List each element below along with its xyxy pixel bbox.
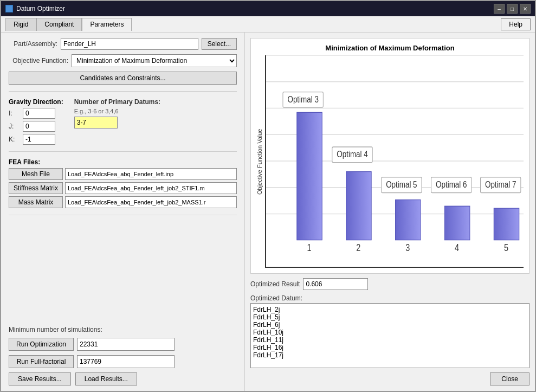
save-results-button[interactable]: Save Results...: [9, 372, 71, 385]
svg-text:1: 1: [307, 242, 311, 253]
optimized-datum-section: Optimized Datum: FdrLH_2jFdrLH_5jFdrLH_6…: [250, 294, 529, 368]
primary-datums-label: Number of Primary Datums:: [74, 98, 237, 106]
mesh-file-row: Mesh File: [9, 168, 237, 180]
objective-function-select[interactable]: Minimization of Maximum Deformation: [72, 54, 237, 67]
svg-text:Optimal 5: Optimal 5: [386, 179, 417, 190]
list-item: FdrLH_11j: [253, 336, 527, 344]
gravity-i-input[interactable]: [23, 108, 55, 119]
mass-matrix-button[interactable]: Mass Matrix: [9, 196, 63, 208]
divider-2: [9, 151, 237, 152]
run-optimization-input[interactable]: [77, 338, 175, 351]
divider-1: [9, 91, 237, 92]
run-optimization-button[interactable]: Run Optimization: [9, 338, 74, 351]
chart-svg: 0.0 0.5 1.0 1.5 2.0 2.5 3.0 3.5: [266, 55, 524, 267]
menu-bar: Rigid Compliant Parameters Help: [1, 16, 535, 33]
gravity-right: Number of Primary Datums: E.g., 3-6 or 3…: [74, 98, 237, 128]
list-item: FdrLH_5j: [253, 313, 527, 321]
result-row: Optimized Result: [250, 278, 529, 290]
optimized-datum-list: FdrLH_2jFdrLH_5jFdrLH_6jFdrLH_10jFdrLH_1…: [250, 303, 529, 368]
svg-text:5: 5: [504, 242, 508, 253]
svg-text:Optimal 7: Optimal 7: [485, 179, 516, 190]
svg-text:Optimal 6: Optimal 6: [436, 179, 467, 190]
optimized-datum-label: Optimized Datum:: [250, 294, 529, 302]
candidates-button[interactable]: Candidates and Constraints...: [9, 72, 237, 85]
optimized-result-label: Optimized Result: [250, 280, 300, 288]
fea-label: FEA Files:: [9, 158, 237, 166]
min-sims-label: Minimum number of simulations:: [9, 326, 237, 333]
gravity-j-input[interactable]: [23, 121, 55, 132]
list-item: FdrLH_10j: [253, 329, 527, 336]
svg-text:3: 3: [405, 242, 410, 253]
right-panel: Minimization of Maximum Deformation Obje…: [245, 33, 535, 391]
close-window-button[interactable]: ✕: [520, 4, 531, 14]
chart-title: Minimization of Maximum Deformation: [256, 44, 524, 52]
gravity-j-row: J:: [9, 121, 63, 132]
svg-text:Optimal 4: Optimal 4: [337, 149, 368, 159]
part-assembly-label: Part/Assembly:: [9, 40, 57, 48]
help-button[interactable]: Help: [501, 18, 531, 30]
select-button[interactable]: Select...: [202, 38, 237, 50]
mesh-file-button[interactable]: Mesh File: [9, 168, 63, 180]
tab-parameters[interactable]: Parameters: [82, 18, 132, 31]
close-row: Close: [250, 372, 529, 385]
list-item: FdrLH_6j: [253, 321, 527, 329]
svg-rect-18: [444, 206, 469, 240]
svg-text:Optimal 3: Optimal 3: [287, 94, 318, 105]
run-full-factorial-row: Run Full-factorial: [9, 355, 237, 368]
main-content: Part/Assembly: Select... Objective Funct…: [1, 33, 535, 391]
minimize-button[interactable]: –: [494, 4, 505, 14]
svg-rect-19: [494, 208, 519, 240]
mass-matrix-input[interactable]: [65, 196, 237, 208]
load-results-button[interactable]: Load Results...: [75, 372, 137, 385]
title-bar-controls: – □ ✕: [494, 4, 531, 14]
svg-rect-16: [346, 172, 371, 240]
chart-inner: 0.0 0.5 1.0 1.5 2.0 2.5 3.0 3.5: [265, 55, 524, 268]
gravity-i-label: I:: [9, 110, 20, 117]
svg-rect-15: [297, 112, 322, 240]
app-icon: [5, 5, 13, 12]
title-bar-left: Datum Optimizer: [5, 5, 65, 12]
gravity-k-input[interactable]: [23, 134, 55, 145]
svg-text:4: 4: [455, 242, 459, 253]
fea-section: FEA Files: Mesh File Stiffness Matrix Ma…: [9, 158, 237, 208]
maximize-button[interactable]: □: [507, 4, 518, 14]
stiffness-matrix-button[interactable]: Stiffness Matrix: [9, 182, 63, 194]
tab-row: Rigid Compliant Parameters: [5, 18, 501, 31]
main-window: Datum Optimizer – □ ✕ Rigid Compliant Pa…: [0, 0, 536, 392]
list-item: FdrLH_16j: [253, 344, 527, 351]
action-row: Save Results... Load Results...: [9, 372, 237, 385]
stiffness-matrix-row: Stiffness Matrix: [9, 182, 237, 194]
mesh-file-input[interactable]: [65, 168, 237, 180]
close-button[interactable]: Close: [490, 372, 529, 385]
svg-text:2: 2: [356, 242, 360, 253]
optimized-result-input[interactable]: [303, 278, 368, 290]
tab-compliant[interactable]: Compliant: [36, 18, 82, 31]
run-optimization-row: Run Optimization: [9, 338, 237, 351]
mass-matrix-row: Mass Matrix: [9, 196, 237, 208]
run-full-factorial-input[interactable]: [77, 355, 175, 368]
bottom-section: Minimum number of simulations: Run Optim…: [9, 326, 237, 385]
list-item: FdrLH_17j: [253, 351, 527, 359]
gravity-label: Gravity Direction:: [9, 98, 63, 106]
gravity-section: Gravity Direction: I: J: K: Num: [9, 98, 237, 145]
tab-rigid[interactable]: Rigid: [5, 18, 36, 31]
primary-datums-hint: E.g., 3-6 or 3,4,6: [74, 108, 237, 114]
gravity-j-label: J:: [9, 123, 20, 130]
gravity-k-label: K:: [9, 136, 20, 143]
run-full-factorial-button[interactable]: Run Full-factorial: [9, 355, 74, 368]
title-bar: Datum Optimizer – □ ✕: [1, 1, 535, 16]
left-panel: Part/Assembly: Select... Objective Funct…: [1, 33, 245, 391]
gravity-k-row: K:: [9, 134, 63, 145]
svg-rect-17: [396, 200, 421, 240]
divider-3: [9, 215, 237, 215]
chart-area: Objective Function Value 0: [256, 55, 524, 268]
gravity-left: Gravity Direction: I: J: K:: [9, 98, 63, 145]
part-assembly-input[interactable]: [61, 38, 198, 50]
chart-container: Minimization of Maximum Deformation Obje…: [250, 38, 529, 274]
objective-function-row: Objective Function: Minimization of Maxi…: [9, 54, 237, 67]
list-item: FdrLH_2j: [253, 306, 527, 313]
stiffness-matrix-input[interactable]: [65, 182, 237, 194]
part-assembly-row: Part/Assembly: Select...: [9, 38, 237, 50]
objective-function-label: Objective Function:: [9, 57, 68, 65]
primary-datums-input[interactable]: [74, 117, 118, 128]
